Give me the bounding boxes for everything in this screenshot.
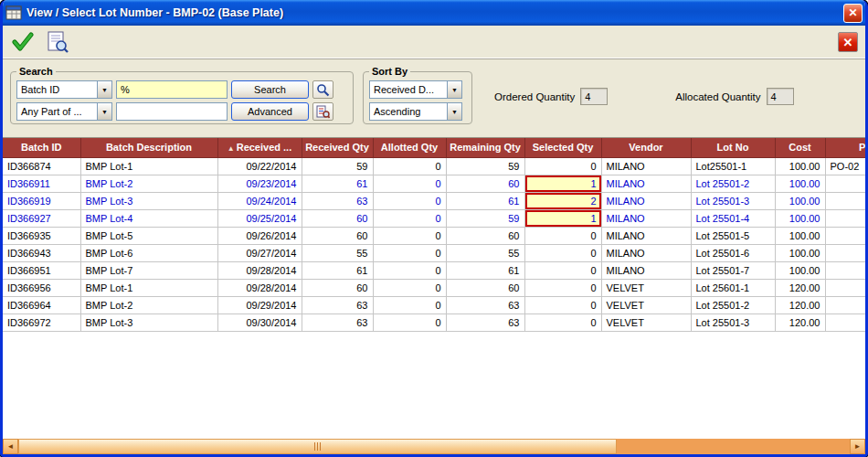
horizontal-scrollbar[interactable]: ◄ ► xyxy=(3,439,865,454)
cell-received_date[interactable]: 09/25/2014 xyxy=(217,209,302,227)
column-header-po[interactable]: PO xyxy=(825,138,865,157)
cell-po[interactable] xyxy=(825,175,865,192)
cell-batch_desc[interactable]: BMP Lot-1 xyxy=(80,157,217,175)
cell-allotted_qty[interactable]: 0 xyxy=(373,314,446,331)
cell-batch_id[interactable]: ID366972 xyxy=(3,314,80,331)
cell-received_date[interactable]: 09/22/2014 xyxy=(217,157,302,175)
cell-remaining_qty[interactable]: 61 xyxy=(446,192,524,209)
cell-received_date[interactable]: 09/24/2014 xyxy=(217,192,302,209)
cell-lot_no[interactable]: Lot 25501-3 xyxy=(691,314,775,331)
scrollbar-thumb[interactable] xyxy=(18,439,617,454)
cell-po[interactable] xyxy=(825,279,865,296)
cell-allotted_qty[interactable]: 0 xyxy=(373,244,446,261)
cell-received_date[interactable]: 09/30/2014 xyxy=(217,314,302,331)
title-bar[interactable]: View / Select Lot Number - BMP-02 (Base … xyxy=(0,0,868,26)
cell-po[interactable] xyxy=(825,261,865,279)
cell-allotted_qty[interactable]: 0 xyxy=(373,175,446,192)
scroll-right-button[interactable]: ► xyxy=(850,439,865,454)
table-row[interactable]: ID366927BMP Lot-409/25/2014600591MILANOL… xyxy=(3,209,865,227)
search-field-combo[interactable]: Batch ID ▼ xyxy=(16,80,112,99)
cell-selected_qty[interactable]: 0 xyxy=(524,157,601,175)
cell-selected_qty[interactable]: 0 xyxy=(524,314,601,331)
search-value-input[interactable] xyxy=(116,80,228,99)
cell-batch_desc[interactable]: BMP Lot-2 xyxy=(80,175,217,192)
cell-received_date[interactable]: 09/29/2014 xyxy=(217,296,302,314)
table-row[interactable]: ID366964BMP Lot-209/29/2014630630VELVETL… xyxy=(3,296,865,314)
cell-remaining_qty[interactable]: 63 xyxy=(446,314,524,331)
cell-received_date[interactable]: 09/26/2014 xyxy=(217,227,302,244)
cell-received_qty[interactable]: 63 xyxy=(302,192,373,209)
cell-cost[interactable]: 100.00 xyxy=(775,261,825,279)
cell-po[interactable]: PO-02 xyxy=(825,157,865,175)
chevron-down-icon[interactable]: ▼ xyxy=(447,81,461,98)
scroll-left-button[interactable]: ◄ xyxy=(3,439,18,454)
cell-lot_no[interactable]: Lot 25501-3 xyxy=(691,192,775,209)
cell-received_date[interactable]: 09/28/2014 xyxy=(217,279,302,296)
search-match-combo[interactable]: Any Part of ... ▼ xyxy=(16,102,112,121)
cell-remaining_qty[interactable]: 63 xyxy=(446,296,524,314)
cell-batch_id[interactable]: ID366956 xyxy=(3,279,80,296)
scrollbar-track[interactable] xyxy=(18,439,850,454)
cell-po[interactable] xyxy=(825,192,865,209)
cell-cost[interactable]: 120.00 xyxy=(775,279,825,296)
cell-remaining_qty[interactable]: 55 xyxy=(446,244,524,261)
cell-remaining_qty[interactable]: 59 xyxy=(446,157,524,175)
cell-vendor[interactable]: VELVET xyxy=(601,296,691,314)
sort-field-combo[interactable]: Received D... ▼ xyxy=(369,80,462,99)
cell-vendor[interactable]: MILANO xyxy=(601,209,691,227)
cell-received_qty[interactable]: 63 xyxy=(302,314,373,331)
cell-cost[interactable]: 120.00 xyxy=(775,296,825,314)
cell-lot_no[interactable]: Lot25501-1 xyxy=(691,157,775,175)
cell-vendor[interactable]: MILANO xyxy=(601,192,691,209)
search-go-button[interactable] xyxy=(312,80,333,99)
cell-cost[interactable]: 120.00 xyxy=(775,314,825,331)
column-header-allotted_qty[interactable]: Allotted Qty xyxy=(373,138,446,157)
cell-received_date[interactable]: 09/23/2014 xyxy=(217,175,302,192)
cell-selected_qty[interactable]: 0 xyxy=(524,279,601,296)
cell-cost[interactable]: 100.00 xyxy=(775,192,825,209)
cell-batch_id[interactable]: ID366911 xyxy=(3,175,80,192)
search-button[interactable]: Search xyxy=(231,80,309,99)
table-row[interactable]: ID366935BMP Lot-509/26/2014600600MILANOL… xyxy=(3,227,865,244)
cell-lot_no[interactable]: Lot 25501-2 xyxy=(691,175,775,192)
cell-selected_qty[interactable]: 2 xyxy=(524,192,601,209)
cell-batch_desc[interactable]: BMP Lot-7 xyxy=(80,261,217,279)
cell-po[interactable] xyxy=(825,244,865,261)
cell-vendor[interactable]: MILANO xyxy=(601,175,691,192)
cell-po[interactable] xyxy=(825,227,865,244)
cell-batch_id[interactable]: ID366927 xyxy=(3,209,80,227)
cell-lot_no[interactable]: Lot 25501-5 xyxy=(691,227,775,244)
column-header-vendor[interactable]: Vendor xyxy=(601,138,691,157)
cell-batch_desc[interactable]: BMP Lot-3 xyxy=(80,192,217,209)
cell-batch_id[interactable]: ID366964 xyxy=(3,296,80,314)
cell-batch_id[interactable]: ID366874 xyxy=(3,157,80,175)
table-row[interactable]: ID366911BMP Lot-209/23/2014610601MILANOL… xyxy=(3,175,865,192)
cell-lot_no[interactable]: Lot 25501-2 xyxy=(691,296,775,314)
column-header-selected_qty[interactable]: Selected Qty xyxy=(524,138,601,157)
cell-allotted_qty[interactable]: 0 xyxy=(373,279,446,296)
cell-batch_id[interactable]: ID366935 xyxy=(3,227,80,244)
table-row[interactable]: ID366972BMP Lot-309/30/2014630630VELVETL… xyxy=(3,314,865,331)
cell-allotted_qty[interactable]: 0 xyxy=(373,296,446,314)
advanced-search-button[interactable] xyxy=(312,102,333,121)
cell-received_qty[interactable]: 59 xyxy=(302,157,373,175)
cell-remaining_qty[interactable]: 60 xyxy=(446,175,524,192)
advanced-button[interactable]: Advanced xyxy=(231,102,309,121)
column-header-lot_no[interactable]: Lot No xyxy=(691,138,775,157)
cell-received_date[interactable]: 09/28/2014 xyxy=(217,261,302,279)
titlebar-close-button[interactable]: ✕ xyxy=(843,4,863,23)
cell-received_date[interactable]: 09/27/2014 xyxy=(217,244,302,261)
search-value-input-2[interactable] xyxy=(116,102,228,121)
cell-vendor[interactable]: MILANO xyxy=(601,157,691,175)
cell-lot_no[interactable]: Lot 25501-7 xyxy=(691,261,775,279)
cell-allotted_qty[interactable]: 0 xyxy=(373,157,446,175)
cell-allotted_qty[interactable]: 0 xyxy=(373,192,446,209)
column-header-remaining_qty[interactable]: Remaining Qty xyxy=(446,138,524,157)
cell-selected_qty[interactable]: 0 xyxy=(524,296,601,314)
table-row[interactable]: ID366874BMP Lot-109/22/2014590590MILANOL… xyxy=(3,157,865,175)
cell-cost[interactable]: 100.00 xyxy=(775,227,825,244)
cell-received_qty[interactable]: 63 xyxy=(302,296,373,314)
column-header-received_qty[interactable]: Received Qty xyxy=(302,138,373,157)
column-header-batch_id[interactable]: Batch ID xyxy=(3,138,80,157)
column-header-batch_desc[interactable]: Batch Description xyxy=(80,138,217,157)
